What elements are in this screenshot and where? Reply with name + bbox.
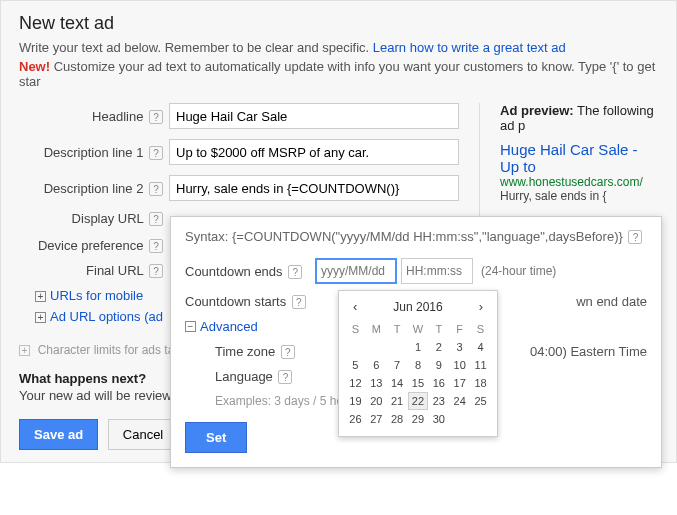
calendar-day[interactable]: 15 (408, 374, 429, 392)
headline-label: Headline (92, 109, 143, 124)
help-icon[interactable]: ? (149, 212, 163, 226)
calendar-day: . (345, 338, 366, 356)
calendar-day[interactable]: 28 (387, 410, 408, 428)
page-title: New text ad (19, 13, 658, 34)
calendar-day[interactable]: 5 (345, 356, 366, 374)
calendar-day[interactable]: 21 (387, 392, 408, 410)
plus-icon[interactable]: + (19, 345, 30, 356)
device-pref-label: Device preference (38, 238, 144, 253)
countdown-end-time-input[interactable] (401, 258, 473, 284)
help-icon[interactable]: ? (149, 182, 163, 196)
calendar-month: Jun 2016 (393, 300, 442, 314)
help-icon[interactable]: ? (149, 239, 163, 253)
char-limits-label: Character limits for ads ta (38, 343, 175, 357)
intro-line-1: Write your text ad below. Remember to be… (19, 40, 658, 55)
calendar-day: . (470, 410, 491, 428)
help-icon[interactable]: ? (292, 295, 306, 309)
preview-headline[interactable]: Huge Hail Car Sale - Up to (500, 141, 658, 175)
calendar-day[interactable]: 14 (387, 374, 408, 392)
24hr-hint: (24-hour time) (481, 264, 556, 278)
desc2-input[interactable] (169, 175, 459, 201)
calendar-day[interactable]: 10 (449, 356, 470, 374)
calendar-weekday: M (366, 320, 387, 338)
calendar-day[interactable]: 2 (428, 338, 449, 356)
preview-url: www.honestusedcars.com/ (500, 175, 658, 189)
countdown-starts-label: Countdown starts (185, 294, 286, 309)
ad-preview-label: Ad preview: (500, 103, 574, 118)
syntax-text: Syntax: {=COUNTDOWN("yyyy/MM/dd HH:mm:ss… (185, 229, 623, 244)
calendar-weekday: S (470, 320, 491, 338)
help-icon[interactable]: ? (149, 264, 163, 278)
calendar-day[interactable]: 6 (366, 356, 387, 374)
set-button[interactable]: Set (185, 422, 247, 453)
desc2-label: Description line 2 (44, 181, 144, 196)
calendar-weekday: T (387, 320, 408, 338)
calendar-day[interactable]: 1 (408, 338, 429, 356)
language-label: Language (215, 369, 273, 384)
timezone-value: 04:00) Eastern Time (530, 344, 647, 359)
help-icon[interactable]: ? (278, 370, 292, 384)
calendar-day[interactable]: 20 (366, 392, 387, 410)
desc1-input[interactable] (169, 139, 459, 165)
calendar-weekday: S (345, 320, 366, 338)
date-picker: ‹ Jun 2016 › SMTWTFS ...1234567891011121… (338, 290, 498, 437)
intro-line-2: New! Customize your ad text to automatic… (19, 59, 658, 89)
calendar-weekday: T (428, 320, 449, 338)
plus-icon: + (35, 312, 46, 323)
calendar-grid: SMTWTFS ...12345678910111213141516171819… (345, 320, 491, 428)
calendar-day[interactable]: 17 (449, 374, 470, 392)
cancel-button[interactable]: Cancel (108, 419, 178, 450)
display-url-label: Display URL (72, 211, 144, 226)
intro2-text: Customize your ad text to automatically … (19, 59, 655, 89)
calendar-weekday: W (408, 320, 429, 338)
calendar-day[interactable]: 29 (408, 410, 429, 428)
calendar-day[interactable]: 23 (428, 392, 449, 410)
starts-tail: wn end date (576, 294, 647, 309)
help-icon[interactable]: ? (281, 345, 295, 359)
calendar-next[interactable]: › (475, 299, 487, 314)
advanced-toggle[interactable]: Advanced (200, 319, 258, 334)
countdown-end-date-input[interactable] (315, 258, 397, 284)
calendar-day[interactable]: 12 (345, 374, 366, 392)
calendar-day[interactable]: 9 (428, 356, 449, 374)
calendar-day[interactable]: 25 (470, 392, 491, 410)
countdown-ends-label: Countdown ends (185, 264, 283, 279)
final-url-label: Final URL (86, 263, 143, 278)
minus-icon[interactable]: − (185, 321, 196, 332)
calendar-day[interactable]: 7 (387, 356, 408, 374)
calendar-day[interactable]: 16 (428, 374, 449, 392)
calendar-day[interactable]: 27 (366, 410, 387, 428)
calendar-day[interactable]: 11 (470, 356, 491, 374)
calendar-day[interactable]: 24 (449, 392, 470, 410)
calendar-day[interactable]: 22 (408, 392, 429, 410)
intro-text: Write your text ad below. Remember to be… (19, 40, 369, 55)
save-button[interactable]: Save ad (19, 419, 98, 450)
calendar-day[interactable]: 4 (470, 338, 491, 356)
help-icon[interactable]: ? (288, 265, 302, 279)
calendar-day[interactable]: 26 (345, 410, 366, 428)
help-icon[interactable]: ? (149, 110, 163, 124)
calendar-day: . (366, 338, 387, 356)
desc1-label: Description line 1 (44, 145, 144, 160)
calendar-prev[interactable]: ‹ (349, 299, 361, 314)
calendar-day[interactable]: 13 (366, 374, 387, 392)
plus-icon: + (35, 291, 46, 302)
calendar-weekday: F (449, 320, 470, 338)
calendar-day[interactable]: 3 (449, 338, 470, 356)
calendar-day: . (449, 410, 470, 428)
learn-link[interactable]: Learn how to write a great text ad (373, 40, 566, 55)
help-icon[interactable]: ? (628, 230, 642, 244)
calendar-day[interactable]: 18 (470, 374, 491, 392)
calendar-day[interactable]: 8 (408, 356, 429, 374)
headline-input[interactable] (169, 103, 459, 129)
help-icon[interactable]: ? (149, 146, 163, 160)
calendar-day[interactable]: 30 (428, 410, 449, 428)
calendar-day: . (387, 338, 408, 356)
new-badge: New! (19, 59, 50, 74)
timezone-label: Time zone (215, 344, 275, 359)
preview-desc: Hurry, sale ends in { (500, 189, 658, 203)
calendar-day[interactable]: 19 (345, 392, 366, 410)
